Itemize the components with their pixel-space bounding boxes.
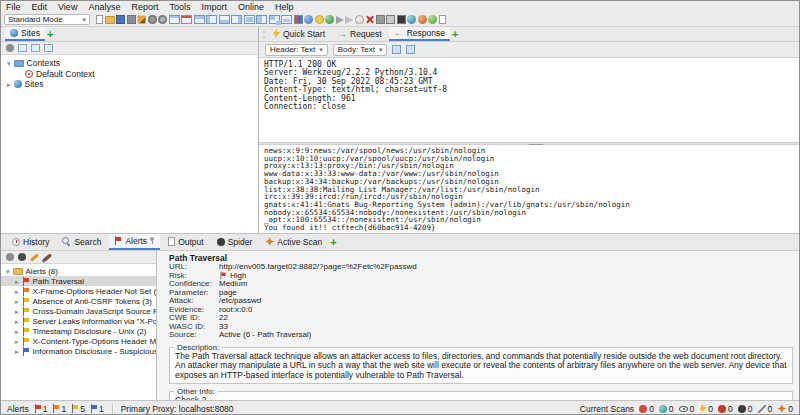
manage-addons-icon[interactable]	[294, 15, 303, 24]
tab-search[interactable]: Search	[57, 234, 106, 250]
tab-quick-start[interactable]: Quick Start	[268, 27, 330, 41]
tab-scroll-right-icon[interactable]: ›	[263, 34, 265, 39]
caret-closed-icon[interactable]	[7, 79, 11, 89]
firefox-icon[interactable]	[418, 15, 427, 24]
open-session-icon[interactable]	[105, 16, 115, 24]
add-bottom-tab-icon[interactable]: +	[330, 238, 336, 247]
record-icon[interactable]	[325, 15, 334, 24]
layout-bottom-icon[interactable]	[219, 15, 230, 24]
menu-view[interactable]: View	[58, 2, 77, 12]
menu-file[interactable]: File	[6, 2, 21, 12]
panel-view-icon-2[interactable]	[31, 44, 40, 52]
caret-open-icon[interactable]	[6, 267, 10, 276]
tree-row-contexts[interactable]: Contexts	[3, 58, 256, 69]
sites-tree[interactable]: Contexts Default Context Sites	[1, 55, 258, 233]
session-properties-icon[interactable]	[148, 15, 157, 24]
window-icon[interactable]	[169, 15, 180, 24]
alert-row-x-frame-options[interactable]: X-Frame-Options Header Not Set (7)	[1, 286, 156, 296]
layout-full-icon[interactable]	[244, 15, 255, 24]
step-icon[interactable]	[345, 16, 353, 24]
edit-session-icon[interactable]	[137, 15, 145, 23]
monitor-icon[interactable]	[376, 15, 385, 24]
tree-row-sites[interactable]: Sites	[3, 79, 256, 90]
caret-closed-icon[interactable]	[15, 277, 19, 286]
add-tab-icon[interactable]: +	[47, 30, 53, 39]
script-page-icon[interactable]	[439, 15, 446, 24]
browser-icon[interactable]	[407, 15, 416, 24]
alert-row-info-disclosure[interactable]: Information Disclosure - Suspicious Comm…	[1, 346, 156, 356]
response-body-pane[interactable]: news:x:9:9:news:/var/spool/news:/usr/sbi…	[259, 145, 799, 233]
alert-row-x-content-type[interactable]: X-Content-Type-Options Header Missing (1…	[1, 336, 156, 346]
caret-closed-icon[interactable]	[15, 297, 19, 306]
menu-import[interactable]: Import	[201, 2, 227, 12]
persist-session-icon[interactable]	[116, 15, 125, 24]
status-alerts-label[interactable]: Alerts	[7, 404, 29, 414]
alert-row-cross-domain-js[interactable]: Cross-Domain JavaScript Source File Incl…	[1, 306, 156, 316]
add-workspace-tab-icon[interactable]: +	[452, 30, 458, 39]
tab-alerts[interactable]: Alerts	[109, 234, 160, 250]
menu-analyse[interactable]: Analyse	[88, 2, 120, 12]
hint-bulb-icon[interactable]	[315, 15, 324, 24]
break-icon[interactable]	[355, 15, 364, 24]
caret-closed-icon[interactable]	[15, 347, 19, 356]
alerts-root-row[interactable]: Alerts (8)	[1, 266, 156, 276]
snapshot-session-icon[interactable]	[127, 15, 136, 24]
chrome-icon[interactable]	[428, 15, 437, 24]
response-header-pane[interactable]: HTTP/1.1 200 OK Server: Werkzeug/2.2.2 P…	[259, 58, 799, 142]
menu-edit[interactable]: Edit	[32, 2, 48, 12]
options-icon[interactable]	[158, 15, 167, 24]
new-session-icon[interactable]	[96, 15, 103, 24]
panel-view-icon-3[interactable]	[44, 44, 53, 52]
menu-report[interactable]: Report	[131, 2, 158, 12]
alert-row-anti-csrf[interactable]: Absence of Anti-CSRF Tokens (3)	[1, 296, 156, 306]
tab-history[interactable]: History	[7, 234, 54, 250]
menu-online[interactable]: Online	[238, 2, 264, 12]
highlight-toggle-icon-1[interactable]	[392, 45, 401, 54]
filter-circle-icon[interactable]	[6, 253, 14, 261]
medium-count: 1	[61, 404, 66, 414]
pin-icon[interactable]	[150, 237, 155, 244]
window-alert-icon[interactable]	[181, 15, 192, 24]
alert-row-path-traversal[interactable]: Path Traversal	[1, 276, 156, 286]
body-view-select[interactable]: Body: Text ▾	[333, 44, 388, 56]
layout-top-icon[interactable]	[194, 15, 205, 24]
highlight-toggle-icon-2[interactable]	[406, 45, 415, 54]
layout-wide-icon[interactable]	[281, 15, 292, 24]
tab-scroll-icons[interactable]: ‹›	[263, 29, 265, 39]
tabs-view-icon[interactable]	[386, 15, 395, 24]
scope-circle-icon[interactable]	[18, 253, 26, 261]
tab-response[interactable]: Response	[389, 27, 450, 41]
filter-circle-icon[interactable]	[6, 44, 14, 52]
header-view-select[interactable]: Header: Text ▾	[265, 44, 328, 56]
layout-grid-icon[interactable]	[269, 15, 280, 24]
dark-monitor-icon[interactable]	[397, 15, 406, 24]
alert-row-server-leaks[interactable]: Server Leaks Information via "X-Powered-…	[1, 316, 156, 326]
alerts-tree[interactable]: Alerts (8) Path Traversal X-Frame-Option…	[1, 264, 156, 400]
layout-right-icon[interactable]	[231, 15, 242, 24]
response-splitter[interactable]	[259, 142, 799, 145]
tab-output[interactable]: Output	[163, 234, 209, 250]
marketplace-icon[interactable]	[304, 15, 313, 24]
tab-spider[interactable]: Spider	[212, 234, 258, 250]
panel-view-icon-1[interactable]	[18, 44, 27, 52]
menu-tools[interactable]: Tools	[169, 2, 190, 12]
mode-selector[interactable]: Standard Mode ▾	[4, 14, 90, 25]
caret-closed-icon[interactable]	[15, 287, 19, 296]
continue-icon[interactable]	[336, 16, 344, 24]
tree-row-default-context[interactable]: Default Context	[3, 69, 256, 80]
layout-split-icon[interactable]	[256, 15, 267, 24]
caret-closed-icon[interactable]	[15, 307, 19, 316]
caret-closed-icon[interactable]	[15, 337, 19, 346]
edit-alert-icon[interactable]	[30, 253, 39, 261]
tab-active-scan[interactable]: Active Scan	[260, 234, 327, 250]
tab-request[interactable]: Request	[332, 27, 387, 41]
menu-help[interactable]: Help	[275, 2, 294, 12]
alert-row-timestamp-disclosure[interactable]: Timestamp Disclosure - Unix (2)	[1, 326, 156, 336]
layout-left-icon[interactable]	[206, 15, 217, 24]
caret-closed-icon[interactable]	[15, 327, 19, 336]
stop-icon[interactable]	[365, 15, 374, 24]
caret-closed-icon[interactable]	[15, 317, 19, 326]
clear-alerts-icon[interactable]	[43, 253, 52, 261]
caret-open-icon[interactable]	[7, 58, 11, 68]
tab-sites[interactable]: Sites	[5, 27, 45, 41]
